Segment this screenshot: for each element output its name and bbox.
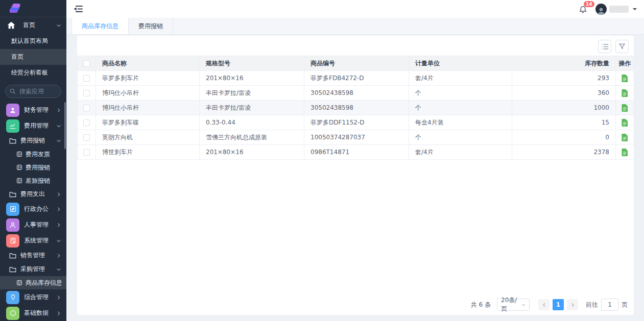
cell-spec: 201×80×16: [200, 145, 304, 160]
sidebar-item-purchase-management-folder[interactable]: 采购管理: [0, 262, 66, 276]
cell-code: 30502438598: [304, 86, 409, 101]
sidebar-collapse-icon[interactable]: [74, 5, 83, 13]
app-root: 首页 默认首页布局 首页 经营分析看板: [0, 0, 644, 321]
sidebar-item-expense-spending-folder[interactable]: 费用支出: [0, 187, 66, 201]
sidebar-search: [5, 85, 61, 98]
row-checkbox[interactable]: [83, 134, 90, 141]
cell-unit: 个: [409, 130, 512, 145]
view-document-button[interactable]: [622, 89, 628, 97]
next-page-button[interactable]: [567, 299, 578, 310]
sidebar-item-expense-reimbursement-folder[interactable]: 费用报销: [0, 134, 66, 147]
sidebar-menu: 首页 默认首页布局 首页 经营分析看板: [0, 17, 66, 321]
col-unit: 计量单位: [409, 56, 512, 71]
page-number-button[interactable]: 1: [553, 299, 564, 310]
sidebar-item-home-page[interactable]: 首页: [0, 49, 66, 65]
cell-code: 菲罗多FDB4272-D: [304, 71, 409, 86]
sidebar-item-travel-reimbursement[interactable]: 差旅报销: [0, 174, 66, 187]
sidebar-item-expense-management[interactable]: 费用管理: [0, 118, 66, 134]
tab-product-inventory-info[interactable]: 商品库存信息: [71, 18, 129, 34]
row-checkbox[interactable]: [83, 75, 90, 82]
col-product-name: 商品名称: [96, 56, 200, 71]
system-document-icon: [6, 234, 19, 248]
green-document-icon: [622, 134, 628, 141]
cell-stock: 0: [512, 130, 616, 145]
sidebar-item-product-inventory-info[interactable]: 商品库存信息: [0, 276, 66, 289]
user-menu-caret-icon[interactable]: [633, 8, 637, 12]
topbar: 14: [66, 0, 644, 18]
prev-page-button[interactable]: [538, 299, 550, 310]
table-row: 菲罗多刹车片 201×80×16 菲罗多FDB4272-D 套/4片 293: [78, 71, 634, 86]
sidebar: 首页 默认首页布局 首页 经营分析看板: [0, 0, 66, 321]
chevron-down-icon: [56, 238, 61, 243]
view-document-button[interactable]: [622, 134, 628, 141]
sidebar-item-sales-management-folder[interactable]: 销售管理: [0, 249, 66, 262]
funnel-icon: [618, 43, 626, 50]
row-checkbox[interactable]: [83, 105, 90, 111]
filter-button[interactable]: [615, 40, 629, 53]
notification-bell-icon[interactable]: 14: [579, 5, 587, 13]
tab-expense-claim[interactable]: 费用报销: [129, 18, 173, 34]
hr-person-icon: [6, 218, 19, 232]
list-icon: [16, 280, 22, 286]
page-size-select[interactable]: 20条/页: [497, 299, 530, 311]
sidebar-item-business-analysis-board[interactable]: 经营分析看板: [0, 65, 66, 81]
chevron-right-icon: [56, 108, 61, 113]
col-action: 操作: [616, 56, 634, 71]
col-code: 商品编号: [304, 56, 409, 71]
row-checkbox[interactable]: [83, 149, 90, 156]
cell-code: 30502438598: [304, 101, 409, 115]
chevron-right-icon: [56, 192, 61, 197]
column-settings-button[interactable]: [598, 40, 611, 53]
goto-page-group: 前往 页: [586, 299, 628, 311]
notification-badge: 14: [584, 1, 594, 7]
cell-spec: 0.33-0.44: [200, 115, 304, 130]
sidebar-item-default-home-layout[interactable]: 默认首页布局: [0, 33, 66, 49]
cell-stock: 360: [512, 86, 616, 101]
chevron-down-icon: [56, 23, 61, 28]
select-all-checkbox[interactable]: [83, 60, 90, 67]
sidebar-item-home[interactable]: 首页: [0, 17, 66, 33]
row-checkbox[interactable]: [83, 119, 90, 126]
sidebar-item-general-management[interactable]: 综合管理: [0, 289, 66, 305]
cell-stock: 15: [512, 115, 616, 130]
avatar[interactable]: [595, 4, 607, 15]
sidebar-scrollbar[interactable]: [64, 102, 66, 149]
table-row: 英朗方向机 雪佛兰方向机总成原装 10050374287037 个 0: [78, 130, 634, 145]
folder-icon: [9, 138, 16, 144]
cell-product-name: 英朗方向机: [96, 130, 200, 145]
sidebar-item-administrative-office[interactable]: 行政办公: [0, 201, 66, 217]
inventory-table: 商品名称 规格型号 商品编号 计量单位 库存数量 操作 菲罗多刹车片 201×8…: [77, 56, 634, 160]
table-header-row: 商品名称 规格型号 商品编号 计量单位 库存数量 操作: [78, 56, 634, 71]
sidebar-item-finance-management[interactable]: 财务管理: [0, 102, 66, 118]
main-area: 14 商品库存信息 费用报销: [66, 0, 644, 321]
view-document-button[interactable]: [622, 149, 628, 156]
view-document-button[interactable]: [622, 104, 628, 112]
chevron-right-icon: [56, 207, 61, 212]
chevron-right-icon: [56, 295, 61, 300]
chevron-right-icon: [570, 303, 575, 307]
sidebar-item-hr-management[interactable]: 人事管理: [0, 217, 66, 233]
view-document-button[interactable]: [622, 75, 628, 82]
app-logo[interactable]: [0, 0, 66, 17]
list-icon: [16, 151, 22, 157]
cell-code: 10050374287037: [304, 130, 409, 145]
list-icon: [16, 164, 22, 170]
sidebar-item-system-management[interactable]: 系统管理: [0, 233, 66, 249]
sidebar-item-base-data[interactable]: 基础数据: [0, 305, 66, 321]
row-checkbox[interactable]: [83, 90, 90, 96]
chevron-down-icon: [56, 267, 61, 272]
logo-icon: [8, 3, 21, 14]
cell-unit: 个: [409, 101, 512, 115]
sidebar-item-expense-invoice[interactable]: 费用发票: [0, 147, 66, 161]
cell-stock: 2378: [512, 145, 616, 160]
view-document-button[interactable]: [622, 119, 628, 127]
col-stock: 库存数量: [512, 56, 616, 71]
col-spec: 规格型号: [200, 56, 304, 71]
username-placeholder: [609, 6, 629, 13]
table-row: 博世刹车片 201×80×16 0986T14871 套/4片 2378: [78, 145, 634, 160]
sidebar-item-expense-claim[interactable]: 费用报销: [0, 161, 66, 174]
lightbulb-icon: [6, 291, 19, 304]
folder-icon: [9, 191, 16, 197]
goto-page-input[interactable]: [601, 299, 618, 311]
table-row: 菲罗多刹车碟 0.33-0.44 菲罗多DDF1152-D 每盒4片装 15: [78, 115, 634, 130]
